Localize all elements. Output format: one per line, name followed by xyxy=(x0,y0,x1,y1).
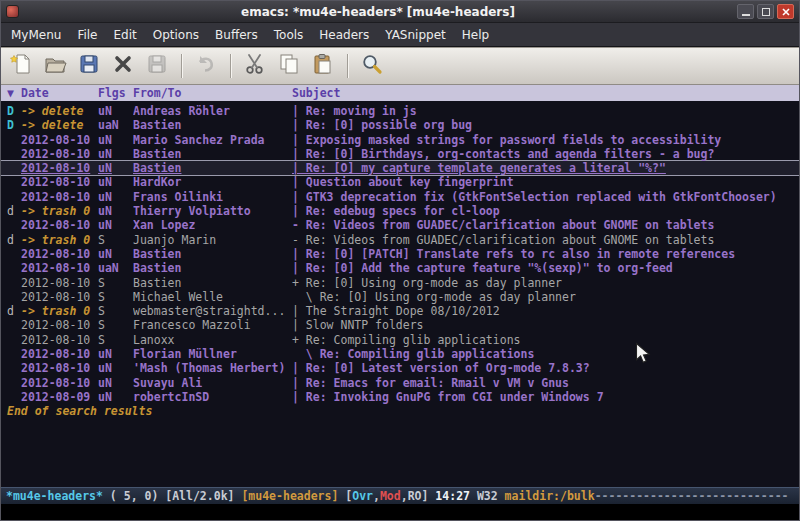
message-flags: uN xyxy=(98,104,133,118)
mode-line[interactable]: *mu4e-headers* ( 5, 0) [All/2.0k] [mu4e-… xyxy=(1,487,799,504)
menu-edit[interactable]: Edit xyxy=(106,24,145,46)
menu-tools[interactable]: Tools xyxy=(266,24,312,46)
message-flags: uN xyxy=(98,190,133,204)
menu-bar: MyMenuFileEditOptionsBuffersToolsHeaders… xyxy=(1,23,799,47)
title-bar[interactable]: emacs: *mu4e-headers* [mu4e-headers] xyxy=(1,1,799,23)
message-row[interactable]: 2012-08-10uNBastien| Re: [0] Birthdays, … xyxy=(7,147,799,161)
message-date: 2012-08-10 xyxy=(21,361,98,375)
message-row[interactable]: 2012-08-10SFrancesco Mazzoli| Slow NNTP … xyxy=(7,318,799,332)
minimize-button[interactable] xyxy=(737,4,754,19)
menu-help[interactable]: Help xyxy=(454,24,497,46)
message-row[interactable]: 2012-08-10uNXan Lopez- Re: Videos from G… xyxy=(7,218,799,232)
message-from: robertcInSD xyxy=(133,390,292,404)
menu-file[interactable]: File xyxy=(69,24,105,46)
message-date: -> trash 0 xyxy=(21,304,98,318)
message-from: Andreas Röhler xyxy=(133,104,292,118)
message-flags: uN xyxy=(98,361,133,375)
maximize-button[interactable] xyxy=(757,4,774,19)
message-subject: | The Straight Dope 08/10/2012 xyxy=(292,304,500,318)
column-header-date[interactable]: Date xyxy=(21,86,98,100)
message-row[interactable]: 2012-08-10uNBastien| Re: [O] my capture … xyxy=(1,161,799,175)
echo-area[interactable] xyxy=(1,504,799,520)
message-row[interactable]: 2012-08-10uNFrans Oilinki| GTK3 deprecat… xyxy=(7,190,799,204)
modeline-overwrite-indicator: Ovr xyxy=(352,489,373,503)
copy-button[interactable] xyxy=(274,51,304,81)
save-buffer-icon xyxy=(77,52,101,80)
message-date: 2012-08-10 xyxy=(21,318,98,332)
menu-headers[interactable]: Headers xyxy=(311,24,377,46)
undo-button xyxy=(191,51,221,81)
message-date: -> delete xyxy=(21,118,98,132)
kill-buffer-icon xyxy=(111,52,135,80)
column-header-from[interactable]: From/To xyxy=(133,86,292,100)
message-list: D-> deleteuNAndreas Röhler| Re: moving i… xyxy=(7,104,799,404)
header-line: ▼DateFlgsFrom/ToSubject xyxy=(1,85,799,101)
paste-icon xyxy=(311,52,335,80)
message-subject: | Re: [0] possible org bug xyxy=(292,118,472,132)
message-row[interactable]: 2012-08-09uNrobertcInSD| Re: Invoking Gn… xyxy=(7,390,799,404)
message-mark xyxy=(7,261,21,275)
message-mark xyxy=(7,133,21,147)
menu-yasnippet[interactable]: YASnippet xyxy=(377,24,454,46)
message-from: Bastien xyxy=(133,161,292,175)
message-flags: S xyxy=(98,304,133,318)
open-file-icon xyxy=(43,52,67,80)
cut-button[interactable] xyxy=(240,51,270,81)
message-subject: - Re: Videos from GUADEC/clarification a… xyxy=(292,218,714,232)
message-row[interactable]: 2012-08-10SLanoxx+ Re: Compiling glib ap… xyxy=(7,333,799,347)
message-from: Bastien xyxy=(133,118,292,132)
message-row[interactable]: d-> trash 0SJuanjo Marin- Re: Videos fro… xyxy=(7,233,799,247)
message-row[interactable]: 2012-08-10uNSuvayu Ali| Re: Emacs for em… xyxy=(7,376,799,390)
message-subject: | Re: [0] Birthdays, org-contacts and ag… xyxy=(292,147,714,161)
window-title: emacs: *mu4e-headers* [mu4e-headers] xyxy=(25,5,731,19)
message-flags: uN xyxy=(98,247,133,261)
tool-bar xyxy=(1,47,799,85)
new-file-button[interactable] xyxy=(6,51,36,81)
message-row[interactable]: 2012-08-10uaNBastien| Re: [0] Add the ca… xyxy=(7,261,799,275)
menu-buffers[interactable]: Buffers xyxy=(207,24,266,46)
close-button[interactable] xyxy=(777,4,794,19)
search-button[interactable] xyxy=(357,51,387,81)
column-header-subject[interactable]: Subject xyxy=(292,86,340,100)
menu-options[interactable]: Options xyxy=(145,24,207,46)
mouse-cursor xyxy=(635,342,651,366)
message-date: 2012-08-10 xyxy=(21,147,98,161)
message-subject: | Question about key fingerprint xyxy=(292,175,514,189)
message-row[interactable]: 2012-08-10SBastien+ Re: [0] Using org-mo… xyxy=(7,276,799,290)
message-subject: + Re: Compiling glib applications xyxy=(292,333,520,347)
message-row[interactable]: 2012-08-10uNMario Sanchez Prada| Exposin… xyxy=(7,133,799,147)
open-file-button[interactable] xyxy=(40,51,70,81)
message-row[interactable]: D-> deleteuaNBastien| Re: [0] possible o… xyxy=(7,118,799,132)
column-header-flags[interactable]: Flgs xyxy=(98,86,133,100)
sort-direction-icon[interactable]: ▼ xyxy=(7,86,21,100)
modeline-separator: ] xyxy=(422,489,436,503)
toolbar-separator xyxy=(347,54,348,78)
paste-button[interactable] xyxy=(308,51,338,81)
window-menu-icon[interactable] xyxy=(6,5,19,18)
message-row[interactable]: d-> trash 0uNThierry Volpiatto| Re: edeb… xyxy=(7,204,799,218)
message-subject: | Re: Emacs for email: Rmail v VM v Gnus xyxy=(292,376,569,390)
message-row[interactable]: D-> deleteuNAndreas Röhler| Re: moving i… xyxy=(7,104,799,118)
cut-icon xyxy=(243,52,267,80)
message-mark: D xyxy=(7,118,21,132)
message-from: 'Mash (Thomas Herbert) xyxy=(133,361,292,375)
message-flags: uN xyxy=(98,218,133,232)
menu-mymenu[interactable]: MyMenu xyxy=(3,24,69,46)
message-row[interactable]: 2012-08-10SMichael Welle \ Re: [O] Using… xyxy=(7,290,799,304)
message-mark: d xyxy=(7,204,21,218)
message-row[interactable]: 2012-08-10uNFlorian Müllner \ Re: Compil… xyxy=(7,347,799,361)
save-buffer-button[interactable] xyxy=(74,51,104,81)
modeline-major-mode: [mu4e-headers] xyxy=(241,489,338,503)
message-flags: uN xyxy=(98,147,133,161)
kill-buffer-button[interactable] xyxy=(108,51,138,81)
message-row[interactable]: d-> trash 0Swebmaster@straightd...| The … xyxy=(7,304,799,318)
message-row[interactable]: 2012-08-10uNBastien| Re: [0] [PATCH] Tra… xyxy=(7,247,799,261)
message-date: -> trash 0 xyxy=(21,233,98,247)
message-mark: d xyxy=(7,233,21,247)
message-row[interactable]: 2012-08-10uN'Mash (Thomas Herbert)| Re: … xyxy=(7,361,799,375)
message-flags: S xyxy=(98,290,133,304)
message-subject: | Exposing masked strings for password f… xyxy=(292,133,721,147)
message-date: 2012-08-10 xyxy=(21,347,98,361)
message-row[interactable]: 2012-08-10uNHardKor| Question about key … xyxy=(7,175,799,189)
message-flags: uaN xyxy=(98,118,133,132)
